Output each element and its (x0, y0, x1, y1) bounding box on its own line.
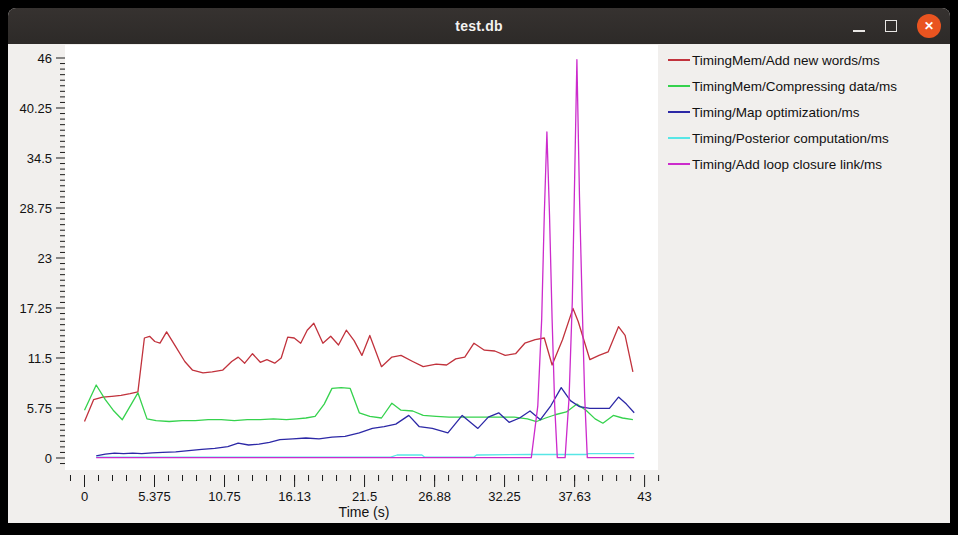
y-tick-label: 34.5 (27, 151, 52, 166)
y-tick-label: 11.5 (28, 351, 52, 366)
x-tick-label: 16.13 (278, 489, 311, 504)
legend-label: Timing/Add loop closure link/ms (692, 157, 882, 172)
legend-item-3[interactable]: Timing/Posterior computation/ms (668, 125, 897, 151)
legend-line-icon (668, 59, 690, 62)
legend-label: Timing/Map optimization/ms (692, 105, 860, 120)
x-tick-label: 37.63 (558, 489, 591, 504)
legend-line-icon (668, 85, 690, 88)
close-button[interactable]: ✕ (917, 14, 941, 38)
y-tick-label: 17.25 (19, 301, 52, 316)
x-tick-label: 26.88 (418, 489, 451, 504)
x-tick-label: 43 (637, 489, 651, 504)
y-tick-label: 46 (38, 51, 52, 66)
titlebar[interactable]: test.db ✕ (8, 8, 950, 45)
x-tick-label: 32.25 (488, 489, 521, 504)
y-tick-label: 23 (38, 251, 52, 266)
legend-item-4[interactable]: Timing/Add loop closure link/ms (668, 151, 897, 177)
x-tick-label: 0 (81, 489, 88, 504)
x-axis-title: Time (s) (339, 504, 390, 520)
x-tick-label: 10.75 (208, 489, 241, 504)
legend-label: TimingMem/Compressing data/ms (692, 79, 897, 94)
legend-line-icon (668, 137, 690, 140)
legend-item-0[interactable]: TimingMem/Add new words/ms (668, 47, 897, 73)
maximize-icon (885, 20, 897, 32)
minimize-button[interactable] (853, 20, 865, 32)
legend-item-1[interactable]: TimingMem/Compressing data/ms (668, 73, 897, 99)
x-tick-label: 5.375 (138, 489, 171, 504)
maximize-button[interactable] (885, 20, 897, 32)
y-tick-label: 5.75 (27, 401, 52, 416)
close-icon: ✕ (924, 20, 934, 32)
legend-label: Timing/Posterior computation/ms (692, 131, 889, 146)
window-title: test.db (455, 18, 502, 34)
minimize-icon (853, 30, 865, 32)
y-tick-label: 0 (45, 451, 52, 466)
y-tick-label: 40.25 (19, 101, 52, 116)
legend-line-icon (668, 163, 690, 166)
y-tick-label: 28.75 (19, 201, 52, 216)
window-controls: ✕ (853, 8, 941, 44)
legend-label: TimingMem/Add new words/ms (692, 53, 880, 68)
legend-item-2[interactable]: Timing/Map optimization/ms (668, 99, 897, 125)
legend-line-icon (668, 111, 690, 114)
chart-panel: 05.37510.7516.1321.526.8832.2537.634305.… (8, 44, 950, 523)
legend: TimingMem/Add new words/msTimingMem/Comp… (668, 47, 897, 177)
plot-window: test.db ✕ 05.37510.7516.1321.526.8832.25… (8, 8, 950, 523)
x-tick-label: 21.5 (352, 489, 377, 504)
